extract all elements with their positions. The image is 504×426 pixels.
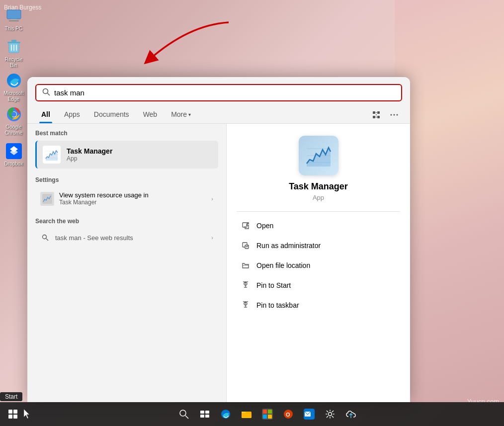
svg-rect-2 bbox=[9, 20, 19, 21]
svg-point-24 bbox=[376, 117, 377, 118]
svg-rect-63 bbox=[200, 415, 204, 418]
start-button[interactable] bbox=[4, 405, 22, 423]
svg-rect-71 bbox=[268, 415, 272, 419]
search-right-panel: Task Manager App bbox=[226, 124, 410, 402]
tab-documents[interactable]: Documents bbox=[88, 106, 135, 123]
search-icon bbox=[42, 88, 50, 97]
settings-item[interactable]: View system resource usage in Task Manag… bbox=[35, 187, 218, 210]
desktop: Brian Burgess This PC bbox=[0, 0, 504, 426]
taskbar-explorer-btn[interactable] bbox=[237, 404, 256, 424]
taskbar-cloud-btn[interactable] bbox=[341, 404, 361, 424]
svg-rect-20 bbox=[373, 116, 375, 118]
svg-rect-70 bbox=[263, 415, 267, 419]
svg-point-23 bbox=[376, 114, 377, 115]
action-pin-taskbar-label: Pin to taskbar bbox=[256, 301, 299, 309]
search-content: Best match bbox=[27, 124, 410, 402]
taskbar-taskview-btn[interactable] bbox=[195, 404, 215, 424]
action-file-location-label: Open file location bbox=[256, 261, 310, 269]
svg-point-12 bbox=[11, 112, 16, 117]
desktop-icon-recyclebin[interactable]: Recycle Bin bbox=[1, 39, 26, 69]
app-large-type: App bbox=[313, 194, 324, 201]
svg-point-25 bbox=[391, 114, 392, 116]
taskbar-store-btn[interactable] bbox=[257, 404, 277, 424]
desktop-icon-dropbox[interactable]: Dropbox bbox=[1, 140, 26, 170]
svg-line-17 bbox=[48, 93, 50, 96]
svg-text:O: O bbox=[286, 412, 290, 418]
svg-rect-61 bbox=[200, 411, 204, 414]
taskbar-edge-btn[interactable] bbox=[216, 404, 236, 424]
dropbox-icon bbox=[6, 143, 22, 159]
tab-more[interactable]: More ▾ bbox=[165, 106, 197, 123]
thispc-icon bbox=[6, 8, 22, 24]
desktop-icon-edge[interactable]: Microsoft Edge bbox=[1, 73, 26, 102]
settings-resource-icon bbox=[40, 192, 54, 206]
action-open-label: Open bbox=[256, 222, 273, 230]
svg-rect-18 bbox=[373, 111, 375, 114]
svg-point-16 bbox=[43, 89, 48, 94]
svg-point-22 bbox=[376, 112, 377, 113]
svg-rect-64 bbox=[205, 415, 209, 418]
recyclebin-icon bbox=[6, 39, 22, 55]
action-open[interactable]: Open bbox=[237, 216, 400, 236]
desktop-icon-chrome[interactable]: Google Chrome bbox=[1, 106, 26, 136]
svg-point-26 bbox=[394, 114, 395, 116]
svg-rect-1 bbox=[11, 19, 17, 20]
svg-line-35 bbox=[46, 239, 48, 241]
settings-subtitle: Task Manager bbox=[59, 199, 206, 206]
tab-apps[interactable]: Apps bbox=[58, 106, 86, 123]
action-run-as-admin[interactable]: Run as administrator bbox=[237, 236, 400, 256]
svg-rect-4 bbox=[7, 42, 20, 43]
tab-web[interactable]: Web bbox=[137, 106, 164, 123]
chevron-down-icon: ▾ bbox=[188, 112, 191, 117]
web-section-label: Search the web bbox=[35, 218, 218, 225]
taskbar-icons: O bbox=[35, 404, 500, 424]
pin-taskbar-icon bbox=[241, 300, 251, 310]
settings-chevron-icon: › bbox=[211, 196, 213, 202]
svg-rect-0 bbox=[7, 10, 21, 19]
pin-start-icon bbox=[241, 280, 251, 290]
search-input[interactable] bbox=[54, 88, 395, 97]
dropbox-label: Dropbox bbox=[4, 161, 23, 167]
svg-line-60 bbox=[185, 416, 188, 419]
action-pin-to-taskbar[interactable]: Pin to taskbar bbox=[237, 295, 400, 315]
search-bar-container bbox=[27, 77, 410, 106]
more-options-btn[interactable] bbox=[386, 107, 402, 123]
taskbar: O bbox=[0, 402, 504, 426]
chrome-icon bbox=[6, 106, 22, 122]
task-manager-icon bbox=[43, 146, 61, 164]
recyclebin-label: Recycle Bin bbox=[3, 57, 24, 69]
settings-title: View system resource usage in bbox=[59, 191, 206, 199]
settings-item-text: View system resource usage in Task Manag… bbox=[59, 191, 206, 206]
taskbar-settings-btn[interactable] bbox=[320, 404, 340, 424]
best-match-name: Task Manager bbox=[67, 147, 212, 155]
best-match-type: App bbox=[67, 155, 212, 162]
desktop-icon-thispc[interactable]: This PC bbox=[1, 5, 26, 35]
svg-rect-56 bbox=[8, 415, 12, 419]
taskbar-office-btn[interactable]: O bbox=[278, 404, 298, 424]
app-actions: Open Run as administrator bbox=[237, 211, 400, 315]
desktop-icon-column: This PC Recycle Bin bbox=[0, 0, 27, 402]
annotation-arrow bbox=[89, 15, 239, 75]
svg-point-27 bbox=[397, 114, 398, 116]
search-input-wrapper[interactable] bbox=[35, 84, 402, 101]
svg-point-34 bbox=[43, 235, 47, 239]
chrome-label: Google Chrome bbox=[3, 124, 24, 136]
taskbar-outlook-btn[interactable] bbox=[299, 404, 319, 424]
edge-icon bbox=[6, 73, 22, 88]
best-match-label: Best match bbox=[35, 130, 218, 137]
app-large-name: Task Manager bbox=[289, 181, 348, 192]
action-open-file-location[interactable]: Open file location bbox=[237, 256, 400, 275]
search-tabs: All Apps Documents Web More ▾ bbox=[27, 106, 410, 124]
svg-point-76 bbox=[329, 413, 332, 416]
taskbar-search-btn[interactable] bbox=[174, 404, 194, 424]
web-search-item[interactable]: task man - See web results › bbox=[35, 229, 218, 247]
cursor-icon bbox=[24, 409, 31, 419]
svg-rect-69 bbox=[268, 410, 272, 414]
svg-rect-62 bbox=[205, 411, 209, 414]
best-match-item[interactable]: Task Manager App bbox=[35, 141, 218, 169]
action-pin-to-start[interactable]: Pin to Start bbox=[237, 275, 400, 295]
svg-point-59 bbox=[180, 410, 186, 416]
tab-all[interactable]: All bbox=[35, 106, 56, 123]
grid-icon-btn[interactable] bbox=[368, 107, 384, 123]
web-chevron-icon: › bbox=[211, 235, 213, 241]
